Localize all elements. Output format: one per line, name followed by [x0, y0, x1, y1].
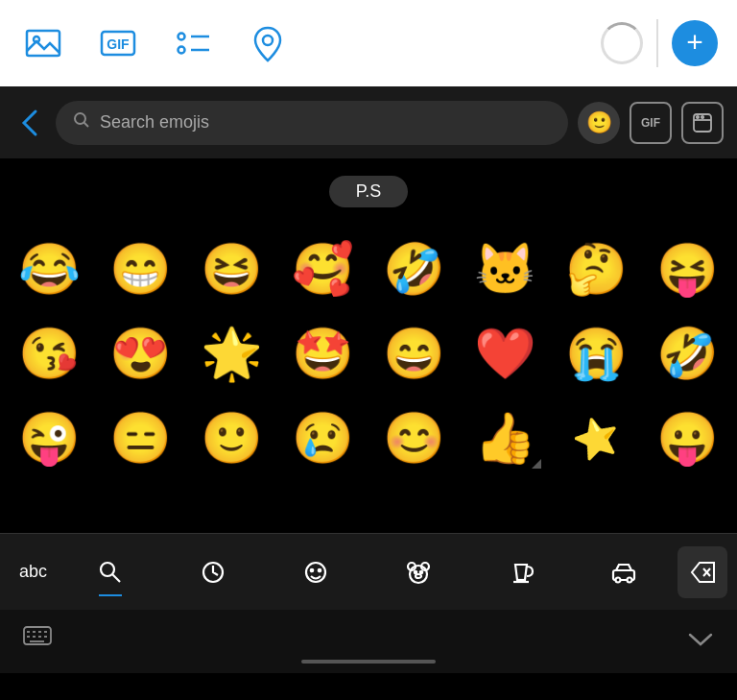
- svg-point-8: [263, 36, 273, 45]
- list-options-icon[interactable]: [169, 19, 217, 67]
- emoji-cell[interactable]: 🥰: [277, 227, 368, 311]
- emoji-cell[interactable]: ⭐ ○: [551, 396, 642, 480]
- loading-spinner: [601, 22, 643, 64]
- emoji-cell[interactable]: 😛: [642, 396, 733, 480]
- emoji-cell[interactable]: 🐱: [460, 227, 551, 311]
- toolbar-right: +: [601, 19, 718, 67]
- keyboard-backspace-button[interactable]: [678, 546, 727, 598]
- ps-label: P.S: [329, 176, 409, 207]
- top-toolbar: GIF +: [0, 0, 737, 86]
- add-icon: +: [686, 28, 703, 57]
- emoji-cell[interactable]: 😊: [368, 396, 460, 480]
- emoji-cell[interactable]: 😁: [95, 227, 186, 311]
- search-input[interactable]: [100, 112, 551, 133]
- emoji-cell[interactable]: 🤔: [551, 227, 642, 311]
- emoji-cell[interactable]: 😂: [4, 227, 95, 311]
- tab-sticker[interactable]: [681, 102, 724, 144]
- search-input-wrap: [56, 101, 568, 145]
- emoji-tab-icon: 🙂: [586, 110, 612, 135]
- emoji-cell[interactable]: 😢: [277, 396, 368, 480]
- keyboard-bear-button[interactable]: [369, 546, 468, 598]
- svg-point-4: [178, 34, 185, 40]
- keyboard-cup-button[interactable]: [472, 546, 571, 598]
- svg-point-5: [178, 47, 185, 54]
- keyboard-recent-button[interactable]: [163, 546, 262, 598]
- keyboard-area: abc: [0, 533, 737, 610]
- keyboard-search-button[interactable]: [60, 546, 159, 598]
- svg-point-9: [75, 113, 85, 124]
- tab-gif[interactable]: GIF: [630, 102, 672, 144]
- emoji-cell[interactable]: 😄: [368, 311, 460, 396]
- abc-label[interactable]: abc: [10, 554, 57, 590]
- svg-point-20: [319, 568, 321, 570]
- svg-point-31: [628, 577, 632, 582]
- emoji-cell[interactable]: 😝: [642, 227, 733, 311]
- emoji-cell[interactable]: 😭: [551, 311, 642, 396]
- emoji-cell[interactable]: 🙂: [186, 396, 277, 480]
- svg-rect-0: [27, 31, 59, 56]
- emoji-cell[interactable]: 🤩: [277, 311, 368, 396]
- emoji-cell[interactable]: 👍: [460, 396, 551, 480]
- emoji-grid: 😂 😁 😆 🥰 🤣 🐱 🤔 😝 😘 😍 🌟 🤩 😄 ❤️ 😭 🤣 😜 😑 🙂 😢…: [0, 227, 737, 480]
- gif-toolbar-icon[interactable]: GIF: [94, 19, 142, 67]
- add-button[interactable]: +: [672, 20, 718, 66]
- location-icon[interactable]: [244, 19, 292, 67]
- svg-line-10: [84, 123, 89, 128]
- svg-point-15: [101, 563, 114, 576]
- emoji-cell[interactable]: 😜: [4, 396, 95, 480]
- svg-line-16: [112, 574, 120, 582]
- gif-tab-label: GIF: [641, 116, 660, 130]
- emoji-cell[interactable]: ❤️: [460, 311, 551, 396]
- emoji-cell[interactable]: 😆: [186, 227, 277, 311]
- back-button[interactable]: [13, 103, 46, 143]
- image-icon[interactable]: [19, 19, 67, 67]
- svg-point-30: [616, 577, 621, 582]
- svg-point-13: [697, 115, 699, 117]
- emoji-cell[interactable]: 🌟: [186, 311, 277, 396]
- keyboard-car-button[interactable]: [575, 546, 674, 598]
- svg-point-24: [415, 570, 416, 572]
- svg-point-19: [311, 568, 313, 570]
- emoji-area: P.S 😂 😁 😆 🥰 🤣 🐱 🤔 😝 😘 😍 🌟 🤩 😄 ❤️ 😭 🤣 😜 😑…: [0, 158, 737, 533]
- emoji-cell[interactable]: 🤣: [642, 311, 733, 396]
- toolbar-divider: [656, 19, 658, 67]
- emoji-cell[interactable]: 😑: [95, 396, 186, 480]
- svg-point-14: [701, 115, 703, 117]
- emoji-cell[interactable]: 🤣: [368, 227, 460, 311]
- bottom-bar: [0, 610, 737, 673]
- chevron-down-button[interactable]: [687, 628, 714, 655]
- emoji-cell[interactable]: 😍: [95, 311, 186, 396]
- svg-point-25: [420, 570, 422, 572]
- svg-point-26: [416, 574, 421, 578]
- search-bar: 🙂 GIF: [0, 86, 737, 158]
- emoji-cell[interactable]: 😘: [4, 311, 95, 396]
- svg-text:GIF: GIF: [107, 36, 130, 52]
- search-icon: [73, 111, 90, 133]
- toolbar-left: GIF: [19, 19, 292, 67]
- keyboard-emoji-button[interactable]: [266, 546, 365, 598]
- keyboard-toggle-button[interactable]: [23, 626, 52, 657]
- tab-emoji[interactable]: 🙂: [578, 102, 620, 144]
